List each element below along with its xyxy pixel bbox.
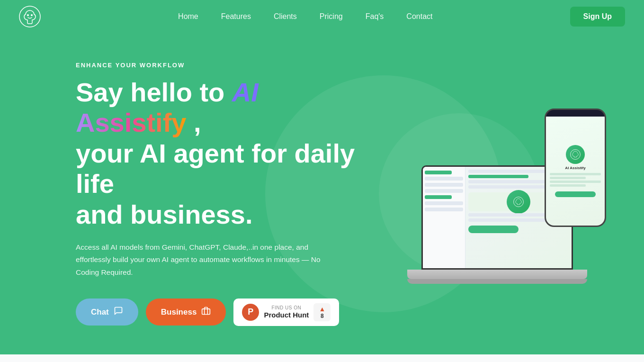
headline-ai: AI (232, 77, 259, 107)
producthunt-button[interactable]: P FIND US ON Product Hunt ▲ 8 (233, 299, 339, 326)
phone-screen: AI Assistify (546, 117, 605, 226)
nav-features[interactable]: Features (221, 12, 251, 20)
navbar: Home Features Clients Pricing Faq's Cont… (0, 0, 644, 33)
hero-section: ENHANCE YOUR WORKFLOW Say hello to AI As… (0, 33, 644, 354)
phone-mockup: AI Assistify (545, 109, 606, 227)
chat-icon (114, 306, 123, 318)
briefcase-icon (201, 306, 211, 318)
signup-button[interactable]: Sign Up (570, 7, 625, 27)
hero-image: AI Assistify (407, 104, 606, 284)
svg-point-2 (31, 14, 33, 16)
hero-headline: Say hello to AI Assistify , your AI agen… (76, 77, 360, 230)
producthunt-upvote: ▲ 8 (313, 303, 331, 321)
phone-logo-area: AI Assistify (565, 145, 585, 170)
hero-eyebrow: ENHANCE YOUR WORKFLOW (76, 62, 360, 69)
hero-actions: Chat Business P (76, 299, 360, 326)
svg-point-4 (514, 197, 524, 207)
nav-home[interactable]: Home (178, 12, 198, 20)
producthunt-find-label: FIND US ON (264, 305, 309, 311)
device-mockup: AI Assistify (407, 104, 606, 284)
svg-point-1 (27, 14, 29, 16)
chat-label: Chat (91, 308, 109, 317)
logo-icon (19, 6, 41, 27)
svg-point-5 (571, 150, 581, 160)
nav-clients[interactable]: Clients (274, 12, 297, 20)
nav-faqs[interactable]: Faq's (366, 12, 384, 20)
phone-notch (564, 111, 587, 117)
upvote-count: 8 (321, 313, 324, 319)
nav-contact[interactable]: Contact (406, 12, 432, 20)
svg-rect-3 (202, 309, 210, 315)
stats-section: STATISTICS (0, 354, 644, 362)
chat-button[interactable]: Chat (76, 299, 138, 326)
producthunt-text: FIND US ON Product Hunt (264, 305, 309, 319)
phone-logo (566, 145, 585, 164)
hero-description: Access all AI models from Gemini, ChatGP… (76, 241, 322, 279)
logo[interactable] (19, 6, 41, 27)
nav-links: Home Features Clients Pricing Faq's Cont… (178, 12, 432, 21)
hero-content: ENHANCE YOUR WORKFLOW Say hello to AI As… (76, 62, 360, 326)
producthunt-name-label: Product Hunt (264, 311, 309, 319)
headline-prefix: Say hello to (76, 77, 232, 107)
business-label: Business (161, 308, 197, 317)
upvote-arrow-icon: ▲ (319, 305, 325, 313)
headline-assistify: Assistify (76, 108, 186, 137)
producthunt-logo: P (242, 304, 259, 321)
business-button[interactable]: Business (146, 299, 226, 326)
nav-pricing[interactable]: Pricing (320, 12, 343, 20)
